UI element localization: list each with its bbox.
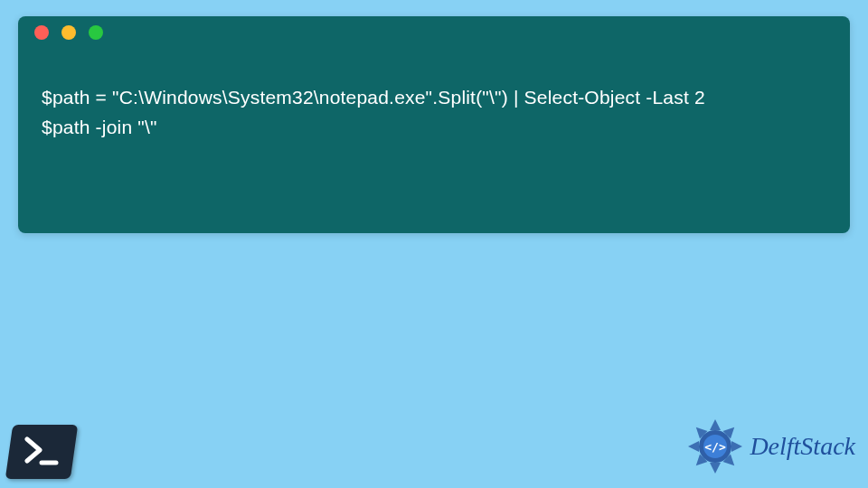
svg-marker-1 [710, 419, 721, 430]
close-icon [34, 25, 49, 40]
maximize-icon [89, 25, 103, 40]
powershell-icon [5, 425, 78, 479]
code-block: $path = "C:\Windows\System32\notepad.exe… [18, 49, 850, 160]
svg-marker-3 [731, 441, 742, 452]
minimize-icon [61, 25, 76, 40]
delftstack-logo: </> DelftStack [686, 418, 855, 475]
code-window: $path = "C:\Windows\System32\notepad.exe… [18, 16, 850, 233]
delftstack-text: DelftStack [750, 432, 855, 461]
svg-text:</>: </> [705, 440, 727, 454]
svg-marker-7 [688, 441, 699, 452]
window-titlebar [18, 16, 850, 49]
delftstack-gear-icon: </> [686, 418, 744, 475]
code-line-2: $path -join "\" [42, 117, 157, 137]
code-line-1: $path = "C:\Windows\System32\notepad.exe… [42, 87, 705, 108]
svg-marker-5 [710, 463, 721, 474]
